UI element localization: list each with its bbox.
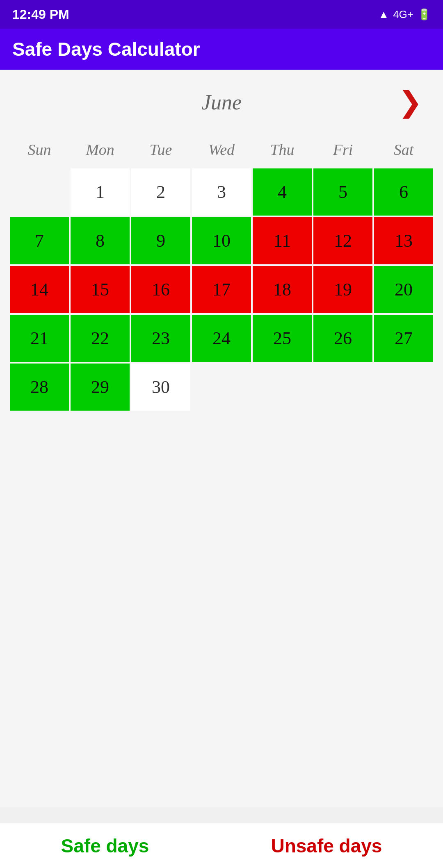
calendar-cell[interactable]: 28 — [10, 364, 69, 411]
calendar-week-3: 14151617181920 — [10, 266, 433, 313]
calendar-cell[interactable]: 29 — [71, 364, 130, 411]
signal-icon: ▲ — [378, 8, 389, 21]
calendar-cell[interactable]: 17 — [192, 266, 251, 313]
battery-icon: 🔋 — [418, 8, 431, 21]
calendar-cell[interactable]: 19 — [313, 266, 372, 313]
calendar-cell[interactable]: 3 — [192, 168, 251, 216]
calendar-cell[interactable]: 30 — [131, 364, 190, 411]
calendar-cell[interactable]: 18 — [253, 266, 312, 313]
calendar-cell[interactable]: 4 — [253, 168, 312, 216]
app-header: Safe Days Calculator — [0, 29, 443, 70]
legend: Safe days Unsafe days — [0, 823, 443, 868]
calendar-cell[interactable]: 2 — [131, 168, 190, 216]
status-icons: ▲ 4G+ 🔋 — [378, 8, 431, 21]
calendar-week-2: 78910111213 — [10, 217, 433, 264]
header-mon: Mon — [71, 132, 130, 167]
header-thu: Thu — [253, 132, 312, 167]
calendar-cell[interactable]: 22 — [71, 315, 130, 362]
calendar-cell — [374, 364, 433, 411]
calendar-cell — [253, 364, 312, 411]
calendar-container: June ❯ Sun Mon Tue Wed Thu Fri Sat 12345… — [0, 70, 443, 807]
calendar-cell[interactable]: 10 — [192, 217, 251, 264]
calendar-cell[interactable]: 27 — [374, 315, 433, 362]
calendar-cell[interactable]: 8 — [71, 217, 130, 264]
header-wed: Wed — [192, 132, 251, 167]
calendar-cell[interactable]: 20 — [374, 266, 433, 313]
calendar-cell[interactable]: 9 — [131, 217, 190, 264]
calendar-cell[interactable]: 5 — [313, 168, 372, 216]
month-name: June — [201, 90, 242, 114]
calendar-cell[interactable]: 25 — [253, 315, 312, 362]
header-fri: Fri — [313, 132, 372, 167]
day-header-row: Sun Mon Tue Wed Thu Fri Sat — [10, 132, 433, 167]
status-time: 12:49 PM — [12, 7, 69, 22]
calendar-cell[interactable]: 26 — [313, 315, 372, 362]
header-sat: Sat — [374, 132, 433, 167]
calendar-cell[interactable]: 21 — [10, 315, 69, 362]
status-bar: 12:49 PM ▲ 4G+ 🔋 — [0, 0, 443, 29]
network-label: 4G+ — [393, 8, 413, 21]
next-month-button[interactable]: ❯ — [398, 88, 422, 117]
calendar-cell[interactable]: 15 — [71, 266, 130, 313]
calendar-week-1: 123456 — [10, 168, 433, 216]
header-sun: Sun — [10, 132, 69, 167]
calendar-week-5: 282930 — [10, 364, 433, 411]
calendar-cell — [10, 168, 69, 216]
calendar-cell — [313, 364, 372, 411]
unsafe-days-label: Unsafe days — [271, 835, 382, 857]
calendar-cell[interactable]: 1 — [71, 168, 130, 216]
header-tue: Tue — [131, 132, 190, 167]
calendar-cell[interactable]: 7 — [10, 217, 69, 264]
calendar-cell — [192, 364, 251, 411]
app-title: Safe Days Calculator — [12, 38, 200, 60]
calendar-week-4: 21222324252627 — [10, 315, 433, 362]
calendar-cell[interactable]: 11 — [253, 217, 312, 264]
calendar-cell[interactable]: 24 — [192, 315, 251, 362]
calendar-grid: Sun Mon Tue Wed Thu Fri Sat 123456789101… — [8, 131, 435, 412]
calendar-cell[interactable]: 6 — [374, 168, 433, 216]
calendar-cell[interactable]: 12 — [313, 217, 372, 264]
calendar-cell[interactable]: 23 — [131, 315, 190, 362]
safe-days-label: Safe days — [61, 835, 149, 857]
month-nav: June ❯ — [8, 78, 435, 123]
calendar-cell[interactable]: 14 — [10, 266, 69, 313]
calendar-cell[interactable]: 16 — [131, 266, 190, 313]
calendar-cell[interactable]: 13 — [374, 217, 433, 264]
